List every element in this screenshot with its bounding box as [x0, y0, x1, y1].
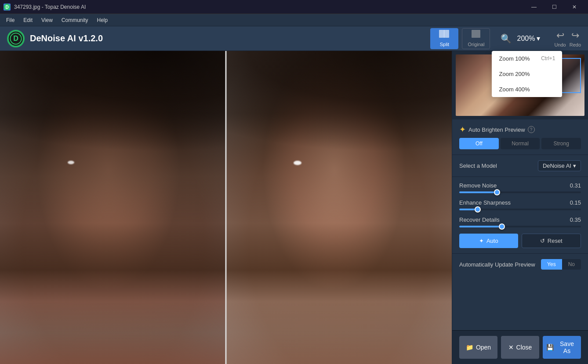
remove-noise-label: Remove Noise: [459, 182, 497, 189]
logo-area: D DeNoise AI v1.2.0: [7, 30, 430, 47]
enhance-sharpness-row: Enhance Sharpness 0.15: [459, 199, 581, 210]
enhance-sharpness-label: Enhance Sharpness: [459, 199, 511, 206]
redo-label: Redo: [570, 42, 581, 47]
save-as-button[interactable]: 💾 Save As: [543, 336, 581, 359]
folder-icon: 📁: [466, 344, 473, 351]
menu-edit[interactable]: Edit: [19, 15, 37, 25]
recover-details-thumb[interactable]: [499, 223, 505, 230]
reset-button[interactable]: ↺ Reset: [522, 234, 581, 248]
open-label: Open: [476, 344, 491, 351]
remove-noise-fill: [459, 191, 497, 193]
menu-community[interactable]: Community: [57, 15, 93, 25]
enhance-sharpness-track[interactable]: [459, 209, 581, 210]
model-chevron-icon: ▾: [573, 162, 576, 169]
original-label: Original: [468, 42, 485, 47]
x-icon: ✕: [508, 344, 514, 351]
remove-noise-row: Remove Noise 0.31: [459, 182, 581, 193]
bottom-bar: 📁 Open ✕ Close 💾 Save As: [452, 330, 588, 364]
brightness-icon: ✦: [459, 125, 466, 134]
yes-button[interactable]: Yes: [541, 259, 562, 270]
enhance-sharpness-value: 0.15: [570, 199, 581, 206]
model-selected: DeNoise AI: [543, 162, 571, 169]
split-divider[interactable]: [225, 51, 227, 364]
window-title: 347293.jpg - Topaz Denoise AI: [14, 4, 86, 10]
menu-help[interactable]: Help: [93, 15, 113, 25]
reset-label: Reset: [548, 238, 563, 244]
zoom-dropdown: Zoom 100% Ctrl+1 Zoom 200% Zoom 400%: [492, 51, 562, 97]
original-icon: [471, 30, 481, 41]
sliders-section: Remove Noise 0.31 Enhance Sharpness 0.15: [452, 177, 588, 254]
sidebar: ✦ Auto Brighten Preview ? Off Normal Str…: [452, 51, 588, 364]
undo-label: Undo: [554, 42, 566, 47]
auto-brighten-section: ✦ Auto Brighten Preview ? Off Normal Str…: [452, 119, 588, 155]
close-label: Close: [516, 344, 532, 351]
redo-icon: ↪: [571, 30, 579, 41]
model-select-area: Select a Model DeNoise AI ▾: [459, 160, 581, 171]
undo-button[interactable]: ↩ Undo: [554, 30, 566, 47]
svg-text:D: D: [5, 5, 8, 10]
close-file-button[interactable]: ✕ Close: [501, 336, 539, 359]
zoom-100-option[interactable]: Zoom 100% Ctrl+1: [492, 51, 562, 66]
chevron-down-icon: ▾: [537, 34, 540, 43]
recover-details-track[interactable]: [459, 226, 581, 227]
remove-noise-track[interactable]: [459, 191, 581, 193]
original-view-button[interactable]: Original: [462, 28, 490, 49]
open-button[interactable]: 📁 Open: [459, 336, 497, 359]
title-bar-left: D 347293.jpg - Topaz Denoise AI: [4, 4, 86, 11]
split-icon: [439, 30, 450, 41]
brightness-toggle-group: Off Normal Strong: [459, 138, 581, 149]
split-view-button[interactable]: Split: [430, 28, 458, 49]
undo-icon: ↩: [556, 30, 564, 41]
auto-reset-row: ✦ Auto ↺ Reset: [459, 234, 581, 248]
enhance-sharpness-thumb[interactable]: [475, 206, 481, 213]
app-name: DeNoise AI v1.2.0: [30, 33, 103, 43]
redo-button[interactable]: ↪ Redo: [570, 30, 581, 47]
minimize-button[interactable]: —: [524, 0, 544, 14]
enhance-sharpness-label-row: Enhance Sharpness 0.15: [459, 199, 581, 206]
remove-noise-thumb[interactable]: [494, 189, 500, 195]
main-content: ✦ Auto Brighten Preview ? Off Normal Str…: [0, 51, 588, 364]
auto-label: Auto: [486, 238, 498, 244]
model-section: Select a Model DeNoise AI ▾: [452, 155, 588, 177]
reset-icon: ↺: [540, 238, 545, 244]
title-bar: D 347293.jpg - Topaz Denoise AI — ☐ ✕: [0, 0, 588, 14]
yes-no-toggle: Yes No: [541, 259, 581, 270]
svg-rect-8: [472, 30, 480, 38]
brightness-off-button[interactable]: Off: [459, 138, 499, 149]
auto-button[interactable]: ✦ Auto: [459, 234, 518, 248]
model-label: Select a Model: [459, 162, 497, 169]
app-titlebar-icon: D: [4, 4, 11, 11]
auto-icon: ✦: [479, 238, 484, 244]
brightness-strong-button[interactable]: Strong: [541, 138, 581, 149]
window-controls: — ☐ ✕: [524, 0, 584, 14]
menu-file[interactable]: File: [2, 15, 19, 25]
help-icon[interactable]: ?: [528, 126, 535, 133]
zoom-value: 200%: [517, 35, 535, 43]
auto-brighten-label: Auto Brighten Preview: [468, 126, 525, 133]
close-button[interactable]: ✕: [564, 0, 584, 14]
split-label: Split: [440, 42, 449, 47]
magnify-icon: 🔍: [501, 33, 512, 44]
recover-details-label: Recover Details: [459, 216, 500, 223]
split-image: [0, 51, 452, 364]
maximize-button[interactable]: ☐: [544, 0, 564, 14]
menu-view[interactable]: View: [37, 15, 57, 25]
sidebar-spacer: [452, 275, 588, 330]
remove-noise-value: 0.31: [570, 182, 581, 189]
image-viewer[interactable]: [0, 51, 452, 364]
hair-top-right: [226, 51, 452, 176]
image-right-panel: [226, 51, 452, 364]
menu-bar: File Edit View Community Help: [0, 14, 588, 26]
no-button[interactable]: No: [562, 259, 581, 270]
header-tools: Split Original 🔍 200% ▾ Zoom 100% Ctrl+1: [430, 28, 581, 49]
zoom-200-option[interactable]: Zoom 200%: [492, 66, 562, 82]
zoom-display[interactable]: 200% ▾: [517, 34, 540, 43]
model-dropdown[interactable]: DeNoise AI ▾: [538, 160, 581, 171]
auto-brighten-title-row: ✦ Auto Brighten Preview ?: [459, 125, 581, 134]
brightness-normal-button[interactable]: Normal: [501, 138, 540, 149]
save-icon: 💾: [546, 344, 554, 351]
zoom-400-option[interactable]: Zoom 400%: [492, 82, 562, 97]
update-preview-label: Automatically Update Preview: [459, 261, 535, 268]
zoom-area: 🔍 200% ▾ Zoom 100% Ctrl+1 Zoom 200% Zoom…: [501, 33, 540, 44]
save-as-label: Save As: [556, 340, 577, 354]
